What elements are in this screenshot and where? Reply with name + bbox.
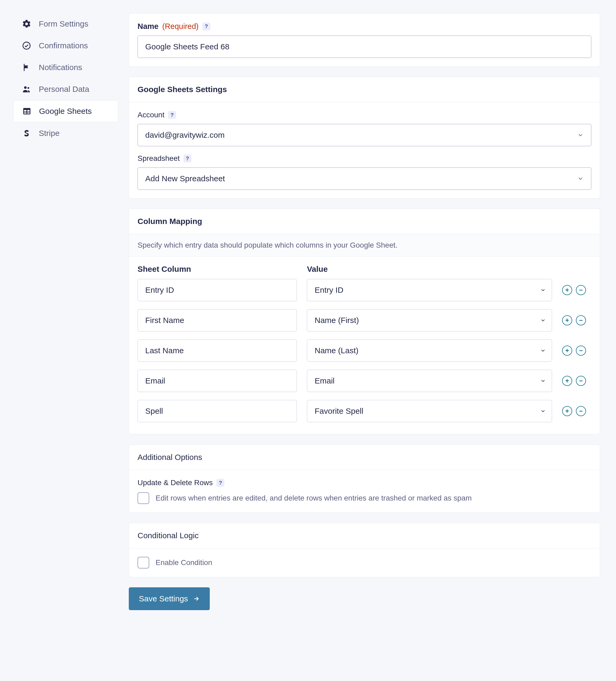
spreadsheet-label: Spreadsheet ? [138,154,591,163]
card-column-mapping: Column Mapping Specify which entry data … [129,209,600,434]
account-label: Account ? [138,111,591,119]
sheet-column-input[interactable] [138,309,297,331]
mapping-row: Entry ID + − [138,279,591,301]
arrow-right-icon [193,595,200,602]
enable-condition-checkbox[interactable] [138,557,149,569]
sidebar-item-personal-data[interactable]: Personal Data [13,79,118,100]
save-settings-button[interactable]: Save Settings [129,587,210,610]
help-icon[interactable]: ? [168,111,176,119]
google-sheets-settings-heading: Google Sheets Settings [129,77,600,102]
sidebar-item-google-sheets[interactable]: Google Sheets [13,100,118,122]
sidebar-item-form-settings[interactable]: Form Settings [13,13,118,34]
gear-icon [21,19,32,29]
value-column-header: Value [307,264,552,274]
update-delete-checkbox[interactable] [138,492,149,504]
google-sheets-icon [22,106,32,117]
value-select[interactable]: Email [307,370,552,392]
name-label: Name (Required) ? [138,22,591,31]
chevron-down-icon [540,348,546,353]
chevron-down-icon [577,132,584,138]
card-additional-options: Additional Options Update & Delete Rows … [129,445,600,513]
column-mapping-description: Specify which entry data should populate… [129,234,600,257]
card-name: Name (Required) ? [129,13,600,67]
svg-point-1 [24,86,27,89]
sheet-column-input[interactable] [138,400,297,422]
svg-rect-4 [24,110,27,112]
additional-options-heading: Additional Options [129,445,600,470]
remove-row-button[interactable]: − [576,346,586,356]
svg-rect-6 [24,112,27,114]
help-icon[interactable]: ? [183,154,192,162]
column-mapping-heading: Column Mapping [129,209,600,234]
value-select[interactable]: Name (Last) [307,339,552,362]
sheet-column-header: Sheet Column [138,264,297,274]
svg-rect-7 [27,112,30,114]
svg-point-2 [27,87,29,89]
sheet-column-input[interactable] [138,339,297,362]
sidebar: Form Settings Confirmations Notification… [0,0,118,681]
value-select[interactable]: Name (First) [307,309,552,331]
sidebar-item-label: Notifications [39,63,82,72]
flag-icon [21,62,32,73]
chevron-down-icon [577,175,584,182]
add-row-button[interactable]: + [562,346,572,356]
name-input[interactable] [138,35,591,58]
people-icon [21,84,32,95]
sidebar-item-confirmations[interactable]: Confirmations [13,35,118,56]
sidebar-item-stripe[interactable]: Stripe [13,123,118,144]
chevron-down-icon [540,287,546,293]
add-row-button[interactable]: + [562,285,572,295]
update-delete-label: Update & Delete Rows ? [138,479,591,487]
mapping-row: Name (First) + − [138,309,591,331]
value-select[interactable]: Favorite Spell [307,400,552,422]
mapping-row: Favorite Spell + − [138,400,591,422]
svg-point-0 [23,42,30,49]
stripe-icon [21,128,32,138]
enable-condition-label: Enable Condition [155,558,212,567]
card-google-sheets-settings: Google Sheets Settings Account ? david@g… [129,77,600,199]
sidebar-item-label: Stripe [39,129,59,138]
sidebar-item-label: Confirmations [39,41,88,50]
value-select[interactable]: Entry ID [307,279,552,301]
account-select[interactable]: david@gravitywiz.com [138,124,591,146]
account-select-value: david@gravitywiz.com [145,131,225,140]
mapping-row: Name (Last) + − [138,339,591,362]
sidebar-item-label: Form Settings [39,19,89,28]
help-icon[interactable]: ? [216,479,224,487]
chevron-down-icon [540,318,546,323]
spreadsheet-select[interactable]: Add New Spreadsheet [138,168,591,190]
sidebar-item-notifications[interactable]: Notifications [13,57,118,78]
mapping-row: Email + − [138,370,591,392]
sheet-column-input[interactable] [138,370,297,392]
add-row-button[interactable]: + [562,406,572,416]
save-button-label: Save Settings [139,594,188,603]
sidebar-item-label: Personal Data [39,85,89,94]
chevron-down-icon [540,378,546,384]
add-row-button[interactable]: + [562,376,572,386]
chevron-down-icon [540,408,546,414]
card-conditional-logic: Conditional Logic Enable Condition [129,523,600,577]
sheet-column-input[interactable] [138,279,297,301]
required-marker: (Required) [162,22,199,31]
main-content: Name (Required) ? Google Sheets Settings… [118,0,616,681]
remove-row-button[interactable]: − [576,285,586,295]
conditional-logic-heading: Conditional Logic [129,523,600,548]
spreadsheet-select-value: Add New Spreadsheet [145,174,225,183]
remove-row-button[interactable]: − [576,406,586,416]
check-circle-icon [21,40,32,51]
svg-rect-5 [27,110,30,112]
remove-row-button[interactable]: − [576,376,586,386]
remove-row-button[interactable]: − [576,315,586,325]
help-icon[interactable]: ? [202,23,210,30]
add-row-button[interactable]: + [562,315,572,325]
update-delete-check-label: Edit rows when entries are edited, and d… [155,494,472,502]
sidebar-item-label: Google Sheets [39,107,92,116]
